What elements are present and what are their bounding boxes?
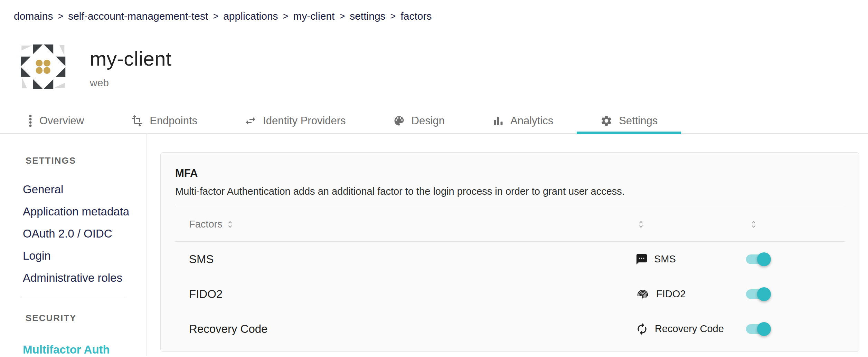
tab-label: Settings (619, 115, 658, 127)
factors-table-header: Factors (175, 207, 845, 242)
breadcrumb-item-application[interactable]: my-client (293, 10, 334, 22)
page-title: my-client (90, 47, 172, 70)
tab-settings[interactable]: Settings (577, 108, 681, 133)
sidebar-item-general[interactable]: General (23, 178, 147, 201)
endpoints-icon (131, 115, 143, 127)
tab-label: Design (412, 115, 445, 127)
factor-row-sms: SMS SMS (175, 242, 845, 277)
factors-column-header[interactable]: Factors (189, 219, 223, 230)
sidebar-item-oauth-oidc[interactable]: OAuth 2.0 / OIDC (23, 223, 147, 245)
breadcrumb-item-settings[interactable]: settings (350, 10, 385, 22)
breadcrumb-item-factors[interactable]: factors (400, 10, 432, 22)
breadcrumb-separator: > (58, 11, 63, 22)
sidebar-item-multifactor-auth[interactable]: Multifactor Auth (23, 339, 147, 357)
factor-row-fido2: FIDO2 FIDO2 (175, 277, 845, 311)
settings-sidebar: SETTINGS General Application metadata OA… (0, 134, 147, 356)
sort-icon[interactable] (227, 220, 233, 229)
tab-identity-providers[interactable]: Identity Providers (221, 108, 369, 133)
factor-name: Recovery Code (189, 322, 267, 336)
main-content: MFA Multi-factor Authentication adds an … (147, 134, 868, 356)
breadcrumb-separator: > (339, 11, 345, 22)
mfa-card-description: Multi-factor Authentication adds an addi… (175, 186, 845, 197)
tab-endpoints[interactable]: Endpoints (107, 108, 221, 133)
identity-providers-icon (244, 115, 257, 127)
breadcrumb-separator: > (213, 11, 218, 22)
tab-label: Identity Providers (263, 115, 346, 127)
factor-type-label: SMS (654, 253, 676, 265)
sms-icon (635, 253, 648, 266)
sidebar-section-security: SECURITY (23, 313, 147, 324)
tab-label: Overview (39, 115, 84, 127)
app-type-label: web (90, 77, 172, 89)
tab-overview[interactable]: Overview (4, 108, 107, 133)
sort-icon[interactable] (638, 220, 644, 229)
tab-label: Endpoints (150, 115, 197, 127)
settings-icon (600, 115, 613, 127)
breadcrumb-item-domains[interactable]: domains (14, 10, 53, 22)
breadcrumb-item-domain-name[interactable]: self-account-management-test (68, 10, 208, 22)
recovery-code-icon (635, 322, 649, 336)
tab-bar: Overview Endpoints Identity Providers De… (0, 108, 868, 134)
tab-label: Analytics (510, 115, 553, 127)
breadcrumb-separator: > (283, 11, 289, 22)
sidebar-section-settings: SETTINGS (23, 155, 147, 166)
mfa-card-title: MFA (175, 153, 845, 180)
sidebar-divider (21, 298, 126, 298)
fingerprint-icon (635, 287, 650, 301)
app-identicon-logo (18, 41, 68, 92)
sidebar-item-login[interactable]: Login (23, 245, 147, 267)
sidebar-item-application-metadata[interactable]: Application metadata (23, 201, 147, 223)
factor-type-label: FIDO2 (656, 288, 686, 300)
analytics-icon (492, 115, 504, 127)
sidebar-item-administrative-roles[interactable]: Administrative roles (23, 267, 147, 289)
factor-name: SMS (189, 253, 214, 266)
factor-type-label: Recovery Code (655, 323, 724, 335)
sort-icon[interactable] (751, 220, 756, 229)
breadcrumb-separator: > (390, 11, 396, 22)
recovery-code-toggle[interactable] (746, 321, 771, 337)
tab-design[interactable]: Design (369, 108, 469, 133)
breadcrumb-item-applications[interactable]: applications (223, 10, 278, 22)
factor-name: FIDO2 (189, 288, 223, 301)
overview-icon (28, 114, 33, 127)
design-icon (393, 115, 405, 127)
tab-analytics[interactable]: Analytics (468, 108, 577, 133)
breadcrumb: domains > self-account-management-test >… (0, 0, 868, 22)
fido2-toggle[interactable] (746, 287, 771, 302)
mfa-card: MFA Multi-factor Authentication adds an … (160, 152, 859, 352)
sms-toggle[interactable] (746, 252, 771, 267)
app-header: my-client web (18, 41, 868, 92)
factor-row-recovery-code: Recovery Code Recovery Code (175, 311, 845, 346)
